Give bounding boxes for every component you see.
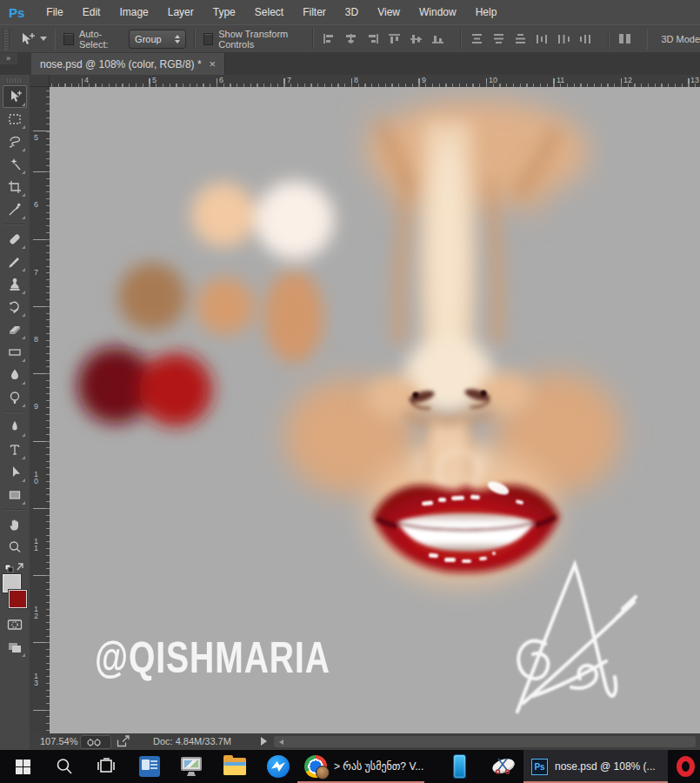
- taskbar-search-button[interactable]: [49, 750, 80, 783]
- menu-filter[interactable]: Filter: [293, 6, 336, 18]
- menu-window[interactable]: Window: [410, 6, 466, 18]
- separator: [460, 29, 462, 50]
- snipping-tool-button[interactable]: [487, 750, 520, 783]
- background-color-swatch[interactable]: [9, 590, 27, 608]
- hruler-label: 10: [489, 76, 497, 84]
- distribute-bottom-edges-icon[interactable]: [513, 32, 528, 45]
- chrome-task-button[interactable]: > რას უსმენთ? V...: [297, 750, 424, 783]
- tab-close-icon[interactable]: ×: [210, 58, 217, 70]
- distribute-vertical-centers-icon[interactable]: [491, 32, 506, 45]
- status-gears-icon[interactable]: [80, 735, 111, 749]
- zoom-level-field[interactable]: 107.54%: [40, 736, 77, 746]
- distribute-top-edges-icon[interactable]: [470, 32, 484, 45]
- file-explorer-button[interactable]: [219, 750, 250, 783]
- history-brush-tool[interactable]: [3, 296, 27, 318]
- brush-tool[interactable]: [3, 251, 27, 273]
- align-left-edges-icon[interactable]: [322, 32, 337, 45]
- menu-image[interactable]: Image: [110, 6, 157, 18]
- distribute-horizontal-centers-icon[interactable]: [557, 32, 571, 45]
- opera-button[interactable]: [671, 750, 700, 783]
- tool-preset-caret-icon: [40, 37, 47, 41]
- vruler-label: 5: [34, 134, 41, 141]
- your-phone-button[interactable]: [443, 750, 475, 783]
- clone-stamp-tool[interactable]: [3, 273, 27, 296]
- color-mini-controls: [3, 560, 26, 572]
- eraser-tool[interactable]: [3, 318, 27, 341]
- align-vertical-centers-icon[interactable]: [409, 32, 423, 45]
- document-canvas[interactable]: @QISHMARIA: [50, 87, 700, 733]
- current-tool-indicator[interactable]: [18, 31, 47, 47]
- type-tool[interactable]: [3, 438, 27, 461]
- hand-tool[interactable]: [3, 513, 27, 536]
- path-selection-tool[interactable]: [3, 461, 27, 484]
- snipping-tool-icon: [491, 755, 516, 778]
- status-expand-icon[interactable]: [261, 737, 267, 746]
- scroll-left-arrow-icon[interactable]: [279, 740, 283, 745]
- vruler-minor-ticks: [46, 87, 50, 733]
- screen-mode-button[interactable]: [3, 636, 27, 659]
- lasso-tool[interactable]: [3, 130, 27, 153]
- horizontal-ruler[interactable]: 4 5 6 7 8 9 10 11 12 13: [50, 75, 700, 87]
- separator: [647, 29, 649, 50]
- photoshop-window: Ps File Edit Image Layer Type Select Fil…: [0, 0, 700, 783]
- quick-selection-tool[interactable]: [3, 153, 27, 176]
- dodge-tool[interactable]: [3, 386, 27, 409]
- distribute-left-edges-icon[interactable]: [535, 32, 550, 45]
- eyedropper-tool[interactable]: [3, 198, 27, 221]
- auto-select-checkbox[interactable]: [63, 33, 73, 45]
- separator: [312, 29, 314, 50]
- system-monitor-button[interactable]: [176, 750, 207, 783]
- hruler-label: 11: [557, 76, 564, 84]
- photoshop-task-button[interactable]: Ps nose.psd @ 108% (...: [523, 750, 668, 783]
- start-button[interactable]: [7, 750, 38, 783]
- align-bottom-edges-icon[interactable]: [430, 32, 445, 45]
- ruler-origin-corner[interactable]: [30, 75, 50, 87]
- workspace: 4 5 6 7 8 9 10 11 12 13 5 6 7 8 9 10 11 …: [0, 75, 700, 733]
- show-transform-label: Show Transform Controls: [218, 29, 304, 50]
- opera-icon: [677, 756, 695, 777]
- hruler-label: 13: [690, 76, 699, 84]
- menu-view[interactable]: View: [368, 6, 410, 18]
- options-bar: Auto-Select: Group Show Transform Contro…: [0, 24, 700, 53]
- rectangular-marquee-tool[interactable]: [3, 108, 27, 130]
- distribute-right-edges-icon[interactable]: [578, 32, 593, 45]
- share-icon[interactable]: [117, 735, 131, 749]
- hruler-label: 12: [623, 76, 632, 84]
- tools-separator: [4, 224, 25, 225]
- align-top-edges-icon[interactable]: [387, 32, 402, 45]
- menu-help[interactable]: Help: [466, 6, 507, 18]
- menu-3d[interactable]: 3D: [336, 6, 368, 18]
- rectangle-tool[interactable]: [3, 484, 27, 506]
- zoom-tool[interactable]: [3, 536, 27, 559]
- spot-healing-brush-tool[interactable]: [3, 228, 27, 251]
- align-horizontal-centers-icon[interactable]: [343, 32, 358, 45]
- horizontal-scrollbar[interactable]: [274, 736, 696, 747]
- show-transform-checkbox[interactable]: [203, 33, 214, 45]
- blur-tool[interactable]: [3, 364, 27, 386]
- quick-mask-button[interactable]: [3, 613, 27, 636]
- gradient-tool[interactable]: [3, 341, 27, 364]
- tools-panel-grip[interactable]: [7, 78, 23, 83]
- auto-align-layers-icon[interactable]: [617, 32, 632, 45]
- collapse-panels-button[interactable]: »: [0, 53, 17, 64]
- menu-type[interactable]: Type: [203, 6, 245, 18]
- document-tab[interactable]: nose.psd @ 108% (color, RGB/8) * ×: [31, 53, 225, 75]
- menu-edit[interactable]: Edit: [73, 6, 110, 18]
- options-bar-grip[interactable]: [3, 29, 10, 50]
- vruler-label: 11: [34, 538, 41, 552]
- messenger-button[interactable]: [263, 750, 294, 783]
- default-colors-icon: [8, 567, 13, 572]
- task-view-button[interactable]: [90, 750, 122, 783]
- menu-select[interactable]: Select: [245, 6, 293, 18]
- chrome-profile-avatar: [316, 766, 330, 780]
- crop-tool[interactable]: [3, 176, 27, 198]
- align-right-edges-icon[interactable]: [365, 32, 380, 45]
- hruler-label: 6: [219, 76, 223, 84]
- vertical-ruler[interactable]: 5 6 7 8 9 10 11 12 13: [30, 87, 50, 733]
- auto-select-target-dropdown[interactable]: Group: [129, 30, 186, 49]
- move-tool[interactable]: [3, 85, 27, 108]
- pen-tool[interactable]: [3, 416, 27, 438]
- photos-app-button[interactable]: [134, 750, 165, 783]
- menu-file[interactable]: File: [37, 6, 72, 18]
- menu-layer[interactable]: Layer: [158, 6, 203, 18]
